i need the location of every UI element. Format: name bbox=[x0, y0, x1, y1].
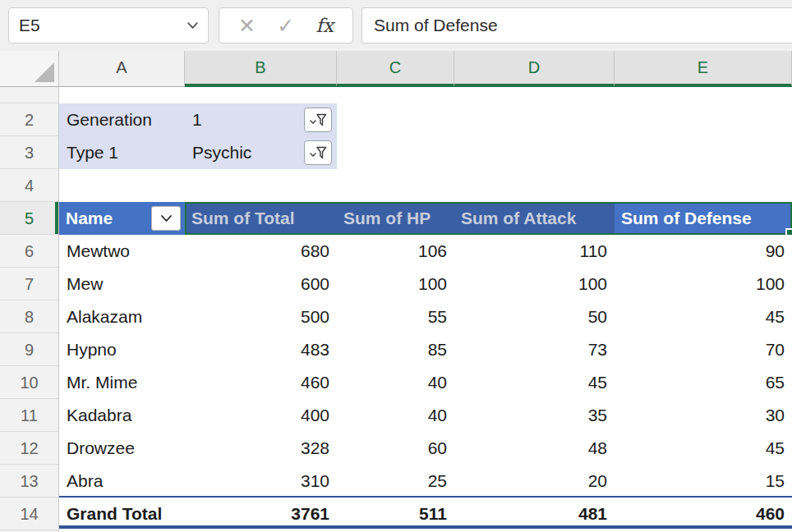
table-row: 6 Mewtwo 680 106 110 90 bbox=[0, 235, 792, 268]
cell-d6[interactable]: 110 bbox=[454, 235, 615, 268]
cell-d3[interactable] bbox=[454, 136, 615, 169]
cell-e11[interactable]: 30 bbox=[615, 399, 792, 432]
cell-d12[interactable]: 48 bbox=[454, 432, 615, 465]
cell-c12[interactable]: 60 bbox=[337, 432, 454, 465]
cell-e10[interactable]: 65 bbox=[615, 366, 792, 399]
cell-a2-filter-label[interactable]: Generation bbox=[59, 103, 185, 136]
cell-a10[interactable]: Mr. Mime bbox=[59, 366, 185, 399]
cancel-icon[interactable]: ✕ bbox=[238, 16, 256, 36]
row-header-11[interactable]: 11 bbox=[0, 399, 59, 432]
row-header-4[interactable]: 4 bbox=[0, 169, 59, 202]
cell-d8[interactable]: 50 bbox=[454, 300, 615, 333]
row-4-cells[interactable] bbox=[59, 169, 792, 202]
row-header-8[interactable]: 8 bbox=[0, 300, 59, 333]
row-header-13[interactable]: 13 bbox=[0, 465, 59, 498]
cell-a9[interactable]: Hypno bbox=[59, 333, 185, 366]
row-header-5[interactable]: 5 bbox=[0, 202, 59, 235]
row-4-empty: 4 bbox=[0, 169, 792, 202]
cell-e2[interactable] bbox=[615, 103, 792, 136]
column-header-D[interactable]: D bbox=[454, 51, 615, 87]
row-header-14[interactable]: 14 bbox=[0, 498, 59, 530]
row-header-9[interactable]: 9 bbox=[0, 333, 59, 366]
cell-d5-header[interactable]: Sum of Attack bbox=[454, 202, 615, 235]
type1-filter-button[interactable] bbox=[304, 140, 332, 165]
pivot-header-row: 5 Name Sum of Total Sum of HP Sum of Att… bbox=[0, 202, 792, 235]
cell-b13[interactable]: 310 bbox=[185, 465, 337, 498]
table-row: 11 Kadabra 400 40 35 30 bbox=[0, 399, 792, 432]
cell-a12[interactable]: Drowzee bbox=[59, 432, 185, 465]
cell-a6[interactable]: Mewtwo bbox=[59, 235, 185, 268]
formula-bar[interactable]: Sum of Defense bbox=[361, 7, 792, 44]
cell-c14[interactable]: 511 bbox=[337, 498, 454, 530]
cell-e13[interactable]: 15 bbox=[615, 465, 792, 498]
cell-c2[interactable] bbox=[337, 103, 454, 136]
cell-a11[interactable]: Kadabra bbox=[59, 399, 185, 432]
row-header-3[interactable]: 3 bbox=[0, 136, 59, 169]
cell-b3-filter-value[interactable]: Psychic bbox=[185, 136, 337, 169]
cell-b11[interactable]: 400 bbox=[185, 399, 337, 432]
cell-e12[interactable]: 45 bbox=[615, 432, 792, 465]
row-header-6[interactable]: 6 bbox=[0, 235, 59, 268]
row-header-1[interactable]: 1 bbox=[0, 87, 59, 103]
row-1-clipped: 1 bbox=[0, 87, 792, 103]
table-row: 8 Alakazam 500 55 50 45 bbox=[0, 300, 792, 333]
column-header-B[interactable]: B bbox=[185, 51, 337, 87]
cell-a14-grand-total-label[interactable]: Grand Total bbox=[59, 498, 185, 530]
cell-d11[interactable]: 35 bbox=[454, 399, 615, 432]
cell-a3-filter-label[interactable]: Type 1 bbox=[59, 136, 185, 169]
cell-d2[interactable] bbox=[454, 103, 615, 136]
cell-c6[interactable]: 106 bbox=[337, 235, 454, 268]
name-box[interactable]: E5 bbox=[8, 7, 209, 44]
cell-c8[interactable]: 55 bbox=[337, 300, 454, 333]
chevron-down-icon[interactable] bbox=[187, 22, 198, 30]
cell-a8[interactable]: Alakazam bbox=[59, 300, 185, 333]
cell-d10[interactable]: 45 bbox=[454, 366, 615, 399]
cell-b10[interactable]: 460 bbox=[185, 366, 337, 399]
cell-e6[interactable]: 90 bbox=[615, 235, 792, 268]
cell-c10[interactable]: 40 bbox=[337, 366, 454, 399]
cell-a5-name-header[interactable]: Name bbox=[59, 202, 185, 235]
cell-e3[interactable] bbox=[615, 136, 792, 169]
cell-c13[interactable]: 25 bbox=[337, 465, 454, 498]
row-header-7[interactable]: 7 bbox=[0, 268, 59, 300]
row-header-12[interactable]: 12 bbox=[0, 432, 59, 465]
cell-d13[interactable]: 20 bbox=[454, 465, 615, 498]
row-1-cells[interactable] bbox=[59, 87, 792, 103]
cell-b8[interactable]: 500 bbox=[185, 300, 337, 333]
select-all-corner[interactable] bbox=[0, 51, 59, 87]
name-filter-dropdown-button[interactable] bbox=[151, 206, 181, 231]
cell-a13[interactable]: Abra bbox=[59, 465, 185, 498]
cell-b14[interactable]: 3761 bbox=[185, 498, 337, 530]
cell-c7[interactable]: 100 bbox=[337, 268, 454, 300]
column-header-C[interactable]: C bbox=[337, 51, 454, 87]
generation-filter-button[interactable] bbox=[304, 108, 332, 132]
confirm-icon[interactable]: ✓ bbox=[277, 16, 294, 36]
cell-c5-header[interactable]: Sum of HP bbox=[337, 202, 454, 235]
cell-b6[interactable]: 680 bbox=[185, 235, 337, 268]
cell-b7[interactable]: 600 bbox=[185, 268, 337, 300]
row-header-10[interactable]: 10 bbox=[0, 366, 59, 399]
row-header-2[interactable]: 2 bbox=[0, 103, 59, 136]
cell-b5-header[interactable]: Sum of Total bbox=[185, 202, 337, 235]
cell-e9[interactable]: 70 bbox=[615, 333, 792, 366]
cell-b12[interactable]: 328 bbox=[185, 432, 337, 465]
table-row: 12 Drowzee 328 60 48 45 bbox=[0, 432, 792, 465]
cell-e7[interactable]: 100 bbox=[615, 268, 792, 300]
cell-d14[interactable]: 481 bbox=[454, 498, 615, 530]
cell-c11[interactable]: 40 bbox=[337, 399, 454, 432]
cell-e8[interactable]: 45 bbox=[615, 300, 792, 333]
cell-e5-header-active[interactable]: Sum of Defense bbox=[615, 202, 792, 235]
cell-c3[interactable] bbox=[337, 136, 454, 169]
column-header-E[interactable]: E bbox=[615, 51, 792, 87]
cell-e14[interactable]: 460 bbox=[615, 498, 792, 530]
fx-icon[interactable]: fx bbox=[315, 15, 333, 36]
cell-c9[interactable]: 85 bbox=[337, 333, 454, 366]
column-header-A[interactable]: A bbox=[59, 51, 185, 87]
cell-b2-filter-value[interactable]: 1 bbox=[185, 103, 337, 136]
grand-total-row: 14 Grand Total 3761 511 481 460 bbox=[0, 498, 792, 530]
cell-b9[interactable]: 483 bbox=[185, 333, 337, 366]
cell-a7[interactable]: Mew bbox=[59, 268, 185, 300]
column-header-row: A B C D E bbox=[0, 51, 792, 87]
cell-d7[interactable]: 100 bbox=[454, 268, 615, 300]
cell-d9[interactable]: 73 bbox=[454, 333, 615, 366]
